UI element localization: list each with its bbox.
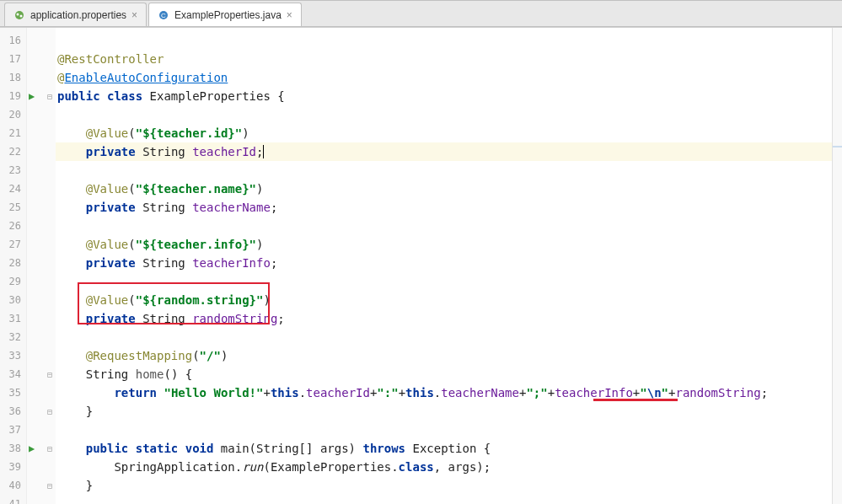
line-number: 33: [0, 346, 26, 365]
run-gutter-icon[interactable]: ▶: [29, 442, 35, 454]
string-literal: "${teacher.id}": [136, 126, 242, 140]
annotation: @Value: [86, 293, 129, 307]
error-stripe[interactable]: [832, 28, 842, 504]
line-number: 19: [0, 87, 26, 105]
field: teacherName: [192, 201, 271, 214]
field: teacherInfo: [192, 256, 271, 270]
string-literal: "${teacher.name}": [136, 182, 256, 196]
class-name: ExampleProperties {: [142, 89, 285, 103]
svg-text:C: C: [161, 12, 166, 19]
fold-icon[interactable]: ⊟: [46, 481, 54, 491]
annotation: @Value: [86, 238, 129, 251]
fold-gutter: ▶⊟ ⊟ ⊟ ▶⊟ ⊟: [27, 28, 56, 504]
line-number: 36: [0, 402, 26, 421]
line-number: 25: [0, 198, 26, 217]
string-literal: "${random.string}": [136, 293, 264, 307]
tab-example-properties[interactable]: C ExampleProperties.java ×: [148, 3, 302, 26]
fold-icon[interactable]: ⊟: [46, 92, 54, 101]
keyword: private: [86, 312, 136, 325]
file-icon: [13, 9, 25, 21]
fold-icon[interactable]: ⊟: [46, 444, 54, 453]
line-number: 40: [0, 476, 26, 495]
close-icon[interactable]: ×: [131, 9, 137, 21]
stripe-mark[interactable]: [833, 146, 842, 147]
annotation: @RequestMapping: [86, 349, 192, 362]
annotation: @Value: [86, 182, 129, 196]
method-name: home: [136, 367, 164, 381]
tab-label: application.properties: [30, 9, 126, 21]
field: teacherName: [441, 386, 519, 399]
line-number: 39: [0, 458, 26, 476]
line-number: 29: [0, 272, 26, 291]
line-number: 26: [0, 217, 26, 235]
string-literal: "/": [200, 349, 221, 362]
line-number: 37: [0, 421, 26, 439]
string-literal: "${teacher.info}": [136, 238, 256, 251]
line-number: 41: [0, 495, 26, 504]
current-line: private String teacherId;: [56, 142, 832, 161]
keyword: public class: [57, 89, 142, 103]
escape-sequence: \n: [647, 386, 662, 399]
brace: }: [86, 405, 93, 418]
annotation: @RestController: [57, 52, 164, 66]
tab-label: ExampleProperties.java: [174, 9, 282, 21]
tab-application-properties[interactable]: application.properties ×: [4, 3, 147, 26]
editor: 16 17 18 19 20 21 22 23 24 25 26 27 28 2…: [0, 27, 842, 504]
line-number: 38: [0, 439, 26, 458]
line-number: 21: [0, 124, 26, 142]
line-number: 18: [0, 68, 26, 87]
keyword: return: [114, 386, 164, 399]
keyword: private: [86, 145, 136, 158]
code-area[interactable]: @RestController @EnableAutoConfiguration…: [56, 28, 832, 504]
field: randomString: [192, 312, 277, 325]
brace: }: [86, 479, 93, 492]
fold-icon[interactable]: ⊟: [46, 407, 54, 416]
line-number: 32: [0, 328, 26, 346]
line-number: 31: [0, 309, 26, 328]
string-literal: "Hello World!": [164, 386, 263, 399]
tab-bar: application.properties × C ExampleProper…: [0, 0, 842, 27]
line-number: 22: [0, 142, 26, 161]
line-number: 30: [0, 291, 26, 309]
static-method: run: [242, 460, 263, 474]
svg-point-0: [15, 11, 24, 19]
line-number: 16: [0, 31, 26, 50]
fold-icon[interactable]: ⊟: [46, 370, 54, 379]
java-class-icon: C: [158, 9, 169, 21]
method-name: main: [213, 442, 249, 455]
line-number: 35: [0, 383, 26, 402]
field: randomString: [675, 386, 760, 399]
keyword: private: [86, 201, 136, 214]
text-cursor: [263, 145, 264, 158]
annotation-link[interactable]: EnableAutoConfiguration: [64, 71, 228, 84]
field: teacherInfo: [555, 386, 633, 399]
keyword: private: [86, 256, 136, 270]
line-number: 27: [0, 235, 26, 254]
line-number: 23: [0, 161, 26, 180]
svg-point-2: [20, 14, 23, 17]
run-gutter-icon[interactable]: ▶: [29, 90, 35, 102]
close-icon[interactable]: ×: [287, 9, 292, 21]
line-number-gutter: 16 17 18 19 20 21 22 23 24 25 26 27 28 2…: [0, 28, 27, 504]
keyword: public static void: [86, 442, 214, 455]
line-number: 20: [0, 105, 26, 124]
line-number: 17: [0, 50, 26, 68]
annotation: @Value: [86, 126, 129, 140]
line-number: 24: [0, 180, 26, 198]
line-number: 28: [0, 254, 26, 272]
line-number: 34: [0, 365, 26, 383]
field: teacherId: [192, 145, 256, 158]
svg-point-1: [17, 13, 19, 15]
field: teacherId: [306, 386, 370, 399]
